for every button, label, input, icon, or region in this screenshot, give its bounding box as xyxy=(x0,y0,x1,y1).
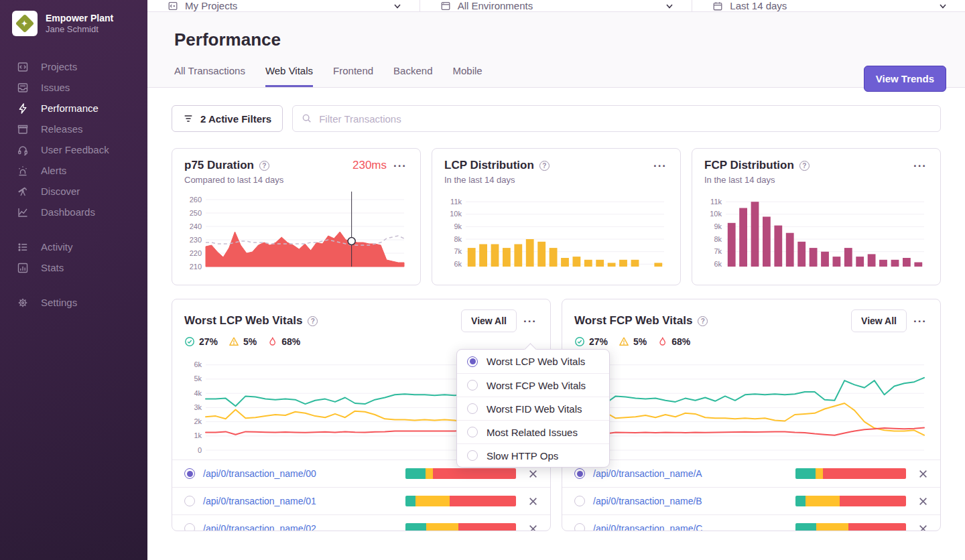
sidebar-item-label: Issues xyxy=(41,82,70,93)
meh-badge: 5% xyxy=(619,336,647,347)
svg-text:1k: 1k xyxy=(194,431,202,439)
global-filter-bar: My Projects All Environments Last 14 day… xyxy=(147,0,965,12)
tab-frontend[interactable]: Frontend xyxy=(333,65,373,87)
transaction-link[interactable]: /api/0/transaction_name/01 xyxy=(203,496,316,506)
menu-item-worst-lcp[interactable]: Worst LCP Web Vitals xyxy=(457,350,609,373)
sidebar-item-projects[interactable]: Projects xyxy=(0,56,147,77)
more-options-icon[interactable]: ··· xyxy=(522,316,538,327)
sidebar-item-dashboards[interactable]: Dashboards xyxy=(0,202,147,222)
svg-text:2k: 2k xyxy=(194,417,202,425)
gear-icon xyxy=(17,297,29,309)
svg-text:8k: 8k xyxy=(454,235,462,243)
sidebar-item-label: Performance xyxy=(41,102,99,114)
tab-backend[interactable]: Backend xyxy=(393,65,432,87)
sidebar-divider xyxy=(0,222,147,236)
flame-icon xyxy=(267,336,277,347)
row-radio[interactable] xyxy=(574,468,585,479)
help-icon[interactable]: ? xyxy=(799,161,810,171)
fcp-distribution-chart[interactable]: 6k7k8k9k10k11k xyxy=(704,190,928,269)
page-content: 2 Active Filters p75 Duration ? 230ms ··… xyxy=(147,88,965,560)
p75-duration-card: p75 Duration ? 230ms ··· Compared to las… xyxy=(172,148,421,285)
worst-fcp-card: Worst FCP Web Vitals ? View All ··· 27% xyxy=(562,299,941,531)
menu-item-worst-fcp[interactable]: Worst FCP Web Vitals xyxy=(457,373,609,397)
svg-text:210: 210 xyxy=(190,263,202,270)
sidebar-item-activity[interactable]: Activity xyxy=(0,236,147,257)
close-icon[interactable] xyxy=(918,496,928,506)
more-options-icon[interactable]: ··· xyxy=(652,160,668,171)
vitals-stacked-bar xyxy=(795,468,906,479)
close-icon[interactable] xyxy=(918,469,928,479)
view-trends-button[interactable]: View Trends xyxy=(864,66,946,92)
help-icon[interactable]: ? xyxy=(259,161,269,171)
transaction-link[interactable]: /api/0/transaction_name/C xyxy=(593,523,702,531)
sidebar-item-issues[interactable]: Issues xyxy=(0,77,147,98)
menu-item-most-related-issues[interactable]: Most Related Issues xyxy=(457,420,609,443)
sidebar-item-user-feedback[interactable]: User Feedback xyxy=(0,139,147,160)
close-icon[interactable] xyxy=(528,496,538,506)
close-icon[interactable] xyxy=(528,469,538,479)
p75-duration-chart[interactable]: 210220230240250260 xyxy=(184,190,408,269)
more-options-icon[interactable]: ··· xyxy=(912,160,928,171)
menu-item-worst-fid[interactable]: Worst FID Web Vitals xyxy=(457,397,609,420)
vitals-badges: 27% 5% 68% xyxy=(184,336,538,347)
svg-text:11k: 11k xyxy=(450,198,462,206)
projects-filter-dropdown[interactable]: My Projects xyxy=(147,0,420,11)
row-radio[interactable] xyxy=(184,523,195,531)
worst-fcp-chart[interactable]: 01k2k3k4k5k6k xyxy=(574,352,928,453)
svg-text:11k: 11k xyxy=(710,198,722,206)
environments-filter-dropdown[interactable]: All Environments xyxy=(420,0,693,11)
sidebar-item-releases[interactable]: Releases xyxy=(0,119,147,139)
sidebar-item-performance[interactable]: Performance xyxy=(0,98,147,119)
tab-mobile[interactable]: Mobile xyxy=(452,65,482,87)
close-icon[interactable] xyxy=(528,524,538,532)
transaction-link[interactable]: /api/0/transaction_name/B xyxy=(593,496,702,506)
row-radio[interactable] xyxy=(574,496,585,506)
help-icon[interactable]: ? xyxy=(308,316,318,326)
transaction-link[interactable]: /api/0/transaction_name/00 xyxy=(203,468,316,479)
sidebar-item-discover[interactable]: Discover xyxy=(0,181,147,202)
active-filters-button[interactable]: 2 Active Filters xyxy=(172,105,283,132)
page-title: Performance xyxy=(174,29,946,50)
card-subtitle: In the last 14 days xyxy=(704,175,928,185)
menu-radio xyxy=(467,450,478,461)
more-options-icon[interactable]: ··· xyxy=(392,160,408,171)
filter-icon xyxy=(183,113,194,124)
menu-item-slow-http-ops[interactable]: Slow HTTP Ops xyxy=(457,443,609,467)
row-radio[interactable] xyxy=(184,468,195,479)
view-all-button[interactable]: View All xyxy=(461,309,517,332)
lcp-distribution-chart[interactable]: 6k7k8k9k10k11k xyxy=(444,190,668,269)
tab-web-vitals[interactable]: Web Vitals xyxy=(265,65,313,87)
date-range-dropdown[interactable]: Last 14 days xyxy=(692,0,965,11)
sidebar-item-label: Settings xyxy=(41,297,77,308)
view-all-button[interactable]: View All xyxy=(851,309,907,332)
date-range-label: Last 14 days xyxy=(730,0,787,11)
svg-text:10k: 10k xyxy=(450,210,462,218)
row-radio[interactable] xyxy=(574,523,585,531)
search-input[interactable] xyxy=(319,113,931,125)
sidebar-item-stats[interactable]: Stats xyxy=(0,257,147,278)
help-icon[interactable]: ? xyxy=(698,316,708,326)
vitals-badges: 27% 5% 68% xyxy=(574,336,928,347)
card-title: FCP Distribution xyxy=(704,159,794,172)
menu-radio xyxy=(467,356,478,367)
card-title: p75 Duration xyxy=(184,159,254,172)
user-name: Jane Schmidt xyxy=(46,24,113,34)
sidebar-item-alerts[interactable]: Alerts xyxy=(0,160,147,181)
card-title: Worst LCP Web Vitals xyxy=(184,314,302,328)
row-radio[interactable] xyxy=(184,496,195,506)
headset-icon xyxy=(17,144,29,156)
good-badge: 27% xyxy=(574,336,608,347)
sidebar-item-settings[interactable]: Settings xyxy=(0,292,147,313)
menu-radio xyxy=(467,427,478,437)
check-circle-icon xyxy=(184,336,195,347)
org-switcher[interactable]: ✦ Empower Plant Jane Schmidt xyxy=(0,11,147,36)
telescope-icon xyxy=(17,186,29,198)
close-icon[interactable] xyxy=(918,524,928,532)
help-icon[interactable]: ? xyxy=(539,161,550,171)
transaction-link[interactable]: /api/0/transaction_name/A xyxy=(593,468,702,479)
active-filters-label: 2 Active Filters xyxy=(200,113,271,125)
tab-all-transactions[interactable]: All Transactions xyxy=(174,65,245,87)
transaction-link[interactable]: /api/0/transaction_name/02 xyxy=(203,523,316,531)
poor-badge: 68% xyxy=(657,336,690,347)
more-options-icon[interactable]: ··· xyxy=(912,316,928,327)
